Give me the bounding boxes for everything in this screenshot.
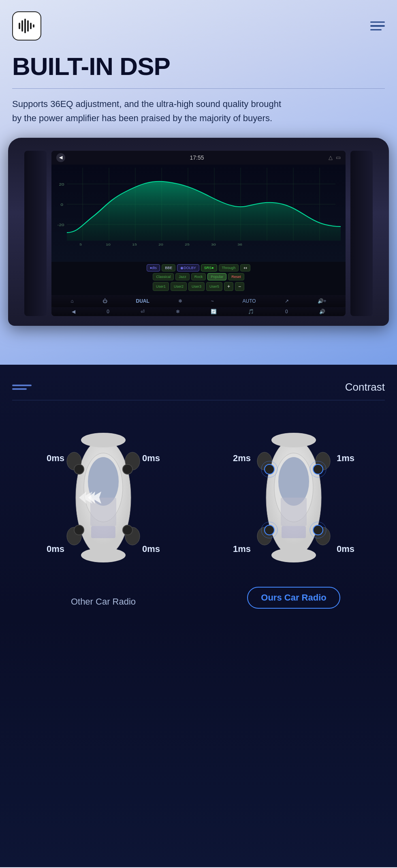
add-user-button[interactable]: + [224, 282, 233, 291]
user3-button[interactable]: User3 [188, 282, 205, 291]
jazz-button[interactable]: Jazz [175, 273, 190, 280]
svg-point-43 [123, 525, 132, 535]
svg-point-41 [123, 464, 132, 474]
svg-text:36: 36 [237, 243, 242, 246]
classical-button[interactable]: Classical [153, 273, 174, 280]
our-car-diagram [253, 429, 334, 567]
screen-container: ◀ 17:55 △ ▭ [51, 151, 346, 316]
rock-button[interactable]: Rock [191, 273, 206, 280]
return-icon[interactable]: ⏎ [141, 309, 145, 314]
srs-button[interactable]: SRS● [201, 264, 217, 272]
eq-display: 20 0 -20 5 10 15 20 25 30 36 [51, 165, 346, 262]
direction-icon[interactable]: ↗ [285, 298, 289, 304]
svg-text:20: 20 [59, 182, 64, 186]
svg-rect-4 [30, 23, 32, 29]
bottom-section: Contrast 0ms 0ms [0, 365, 397, 867]
dts-button[interactable]: ●dts [147, 264, 160, 272]
svg-point-57 [313, 464, 323, 474]
screen-status-icons: △ ▭ [329, 154, 341, 160]
hamburger-icon[interactable] [370, 21, 385, 31]
signal-icon: △ [329, 154, 333, 160]
contrast-title: Contrast [345, 381, 385, 393]
svg-point-34 [81, 433, 126, 447]
power-icon[interactable]: ⏻ [102, 298, 107, 304]
back-icon[interactable]: ◀ [72, 309, 75, 314]
auto-label: AUTO [243, 298, 256, 304]
car-dashboard: ◀ 17:55 △ ▭ [8, 138, 389, 326]
contrast-lines-icon [12, 385, 32, 390]
home-icon[interactable]: ⌂ [70, 298, 73, 304]
car-bottom-bar: ⌂ ⏻ DUAL ❄ ~ AUTO ↗ 🔊+ [51, 295, 346, 307]
eq-controls: ●dts BBE ◉DOLBY SRS● Through ♦♦ Classica… [51, 262, 346, 295]
other-bottom-right-timing: 0ms [142, 544, 160, 554]
ours-car-radio-button[interactable]: Ours Car Radio [247, 587, 340, 609]
page-title: BUILT-IN DSP [12, 53, 385, 80]
svg-text:20: 20 [158, 243, 163, 246]
other-car-side: 0ms 0ms [12, 417, 194, 607]
through-button[interactable]: Through [219, 264, 239, 272]
user1-button[interactable]: User1 [153, 282, 169, 291]
svg-text:25: 25 [185, 243, 190, 246]
ours-bottom-left-timing: 1ms [233, 544, 251, 554]
back-button[interactable]: ◀ [56, 153, 65, 162]
description-text: Supports 36EQ adjustment, and the ultra-… [12, 97, 288, 125]
svg-rect-1 [21, 20, 23, 32]
ours-top-right-timing: 1ms [337, 453, 354, 464]
other-top-left-timing: 0ms [47, 453, 64, 464]
svg-point-35 [81, 548, 126, 562]
svg-rect-33 [91, 526, 115, 538]
svg-point-59 [313, 525, 323, 535]
bbe-button[interactable]: BBE [162, 264, 175, 272]
remove-user-button[interactable]: − [235, 282, 244, 291]
svg-point-50 [271, 433, 316, 447]
svg-text:-20: -20 [58, 223, 64, 227]
screen-time: 17:55 [190, 154, 204, 161]
svg-point-58 [265, 525, 274, 535]
zero-label: 0 [107, 309, 109, 314]
reset-button[interactable]: Reset [228, 273, 244, 280]
dolby-button[interactable]: ◉DOLBY [177, 264, 199, 272]
eq-chart: 20 0 -20 5 10 15 20 25 30 36 [56, 168, 341, 249]
svg-text:5: 5 [79, 243, 82, 246]
svg-rect-3 [27, 20, 29, 32]
screen-topbar: ◀ 17:55 △ ▭ [51, 151, 346, 165]
user2-button[interactable]: User2 [171, 282, 187, 291]
user5-button[interactable]: User5 [206, 282, 222, 291]
volume-icon[interactable]: 🔊 [319, 309, 325, 314]
svg-text:10: 10 [106, 243, 111, 246]
ours-top-left-timing: 2ms [233, 453, 251, 464]
car-bottom-bar-2: ◀ 0 ⏎ ❄ 🔄 🎵 0 🔊 [51, 307, 346, 316]
svg-rect-5 [33, 24, 34, 28]
volume-up-icon[interactable]: 🔊+ [318, 298, 327, 304]
svg-rect-49 [282, 526, 306, 538]
car-screen-wrapper: ◀ 17:55 △ ▭ [12, 138, 385, 326]
extra-button[interactable]: ♦♦ [240, 264, 250, 272]
cars-comparison: 0ms 0ms [12, 417, 385, 609]
page-header [12, 0, 385, 49]
svg-rect-48 [281, 498, 307, 526]
svg-rect-2 [24, 19, 26, 33]
fan-icon[interactable]: ~ [211, 298, 214, 304]
logo [12, 11, 41, 41]
other-car-diagram [63, 429, 144, 567]
contrast-divider [12, 400, 385, 400]
svg-point-51 [271, 548, 316, 562]
ours-bottom-right-timing: 0ms [337, 544, 354, 554]
dash-right-panel [350, 151, 373, 316]
contrast-header: Contrast [12, 381, 385, 393]
dash-top: ◀ 17:55 △ ▭ [24, 151, 373, 316]
eq-row-3: User1 User2 User3 User5 + − [55, 282, 342, 291]
dual-label: DUAL [136, 298, 149, 304]
other-top-right-timing: 0ms [142, 453, 160, 464]
other-car-label: Other Car Radio [71, 596, 136, 607]
popular-button[interactable]: Popular [207, 273, 226, 280]
svg-rect-0 [19, 23, 20, 29]
other-bottom-left-timing: 0ms [47, 544, 64, 554]
svg-point-56 [265, 464, 274, 474]
music-icon[interactable]: 🎵 [248, 309, 254, 314]
eq-row-1: ●dts BBE ◉DOLBY SRS● Through ♦♦ [55, 264, 342, 272]
snow-icon[interactable]: ❄ [176, 309, 180, 314]
cycle-icon[interactable]: 🔄 [211, 309, 217, 314]
svg-text:15: 15 [132, 243, 137, 246]
ac-icon[interactable]: ❄ [178, 298, 182, 304]
